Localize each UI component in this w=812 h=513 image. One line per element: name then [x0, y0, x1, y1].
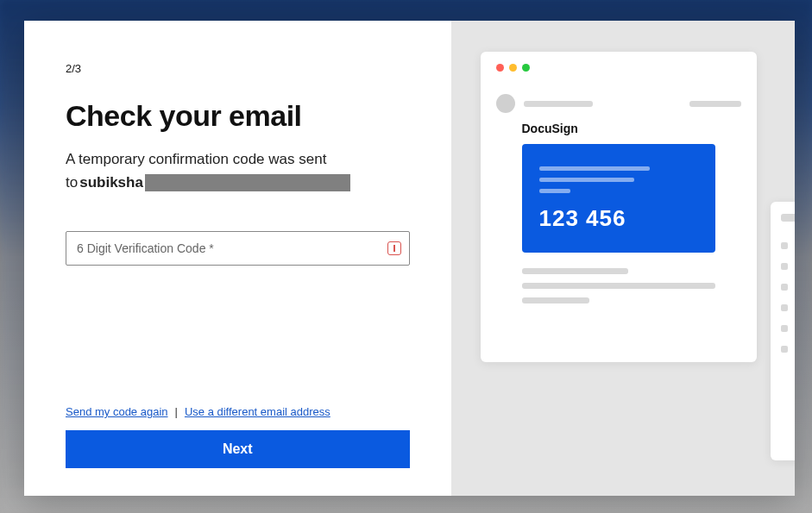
- email-visible-part: subiksha: [79, 174, 143, 191]
- form-pane: 2/3 Check your email A temporary confirm…: [24, 21, 451, 496]
- list-item: [781, 304, 796, 311]
- to-prefix: to: [66, 174, 78, 191]
- page-title: Check your email: [66, 99, 410, 133]
- bullet-icon: [781, 346, 788, 353]
- list-item: [781, 263, 796, 270]
- illustration-brand: DocuSign: [522, 122, 741, 135]
- placeholder-line: [522, 283, 715, 289]
- placeholder-line: [795, 263, 796, 270]
- different-email-link[interactable]: Use a different email address: [185, 405, 330, 418]
- bullet-icon: [781, 263, 788, 270]
- illustration-header-row: [496, 94, 741, 113]
- step-indicator: 2/3: [66, 62, 410, 75]
- placeholder-line: [539, 189, 571, 193]
- list-item: [781, 346, 796, 353]
- list-item: [781, 242, 796, 249]
- bullet-icon: [781, 284, 788, 291]
- placeholder-line: [795, 304, 796, 311]
- code-input-wrap: [66, 231, 410, 266]
- text-cursor-icon: [387, 241, 401, 255]
- verification-code-input[interactable]: [66, 231, 410, 266]
- illustration-code-card: 123 456: [522, 144, 715, 253]
- resend-code-link[interactable]: Send my code again: [66, 405, 168, 418]
- window-traffic-lights: [496, 64, 741, 72]
- email-line: to subiksha: [66, 174, 410, 191]
- bullet-icon: [781, 242, 788, 249]
- placeholder-line: [795, 325, 796, 332]
- link-separator: |: [175, 405, 178, 418]
- illustration-sample-code: 123 456: [539, 205, 698, 232]
- placeholder-line: [795, 346, 796, 353]
- placeholder-line: [522, 297, 589, 303]
- verification-modal: 2/3 Check your email A temporary confirm…: [24, 21, 795, 496]
- next-button[interactable]: Next: [66, 430, 410, 468]
- email-redacted: [145, 174, 350, 191]
- placeholder-line: [522, 268, 628, 274]
- bullet-icon: [781, 325, 788, 332]
- illustration-email-window: DocuSign 123 456: [481, 52, 757, 362]
- close-dot-icon: [496, 64, 504, 72]
- illustration-side-card: [771, 202, 796, 460]
- spacer: [66, 283, 410, 406]
- illustration-body-lines: [522, 268, 715, 303]
- bullet-icon: [781, 304, 788, 311]
- illustration-pane: DocuSign 123 456: [451, 21, 796, 496]
- placeholder-line: [539, 166, 651, 171]
- maximize-dot-icon: [522, 64, 530, 72]
- subtitle-text: A temporary confirmation code was sent: [66, 148, 410, 171]
- avatar-placeholder-icon: [496, 94, 515, 113]
- placeholder-line: [524, 101, 593, 107]
- list-item: [781, 325, 796, 332]
- placeholder-line: [539, 178, 634, 182]
- placeholder-line: [781, 214, 796, 222]
- minimize-dot-icon: [509, 64, 517, 72]
- links-row: Send my code again | Use a different ema…: [66, 405, 410, 418]
- placeholder-line: [795, 242, 796, 249]
- placeholder-line: [795, 284, 796, 291]
- placeholder-line: [689, 101, 741, 107]
- list-item: [781, 284, 796, 291]
